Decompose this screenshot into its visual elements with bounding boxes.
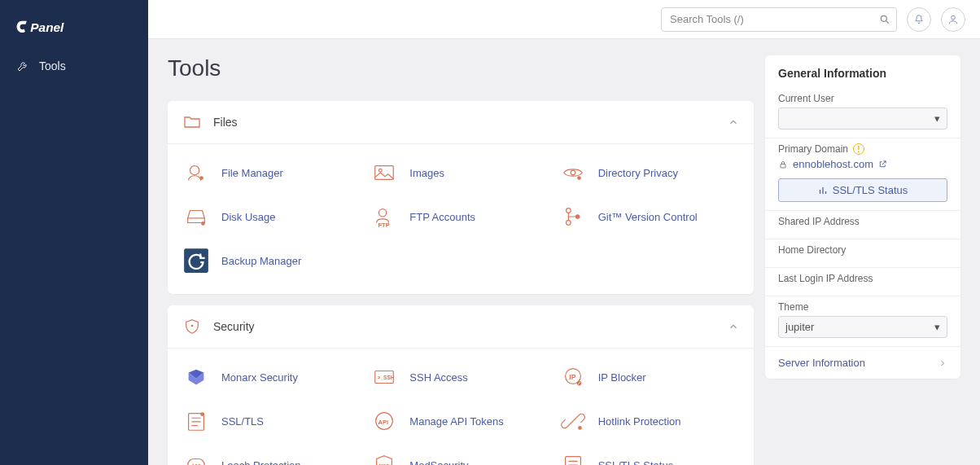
theme-label: Theme xyxy=(778,301,947,313)
tool-git[interactable]: Git™ Version Control xyxy=(559,196,739,237)
svg-point-1 xyxy=(881,15,886,21)
external-link-icon xyxy=(878,160,887,169)
topbar xyxy=(148,0,980,39)
tool-disk-usage[interactable]: Disk Usage xyxy=(182,196,362,237)
sidebar-item-label: Tools xyxy=(39,59,66,72)
images-icon xyxy=(370,159,398,186)
sidebar: Panel Tools xyxy=(0,0,148,465)
svg-point-8 xyxy=(577,176,581,180)
ssl-status-icon xyxy=(559,451,587,465)
ssl-tls-button-label: SSL/TLS Status xyxy=(833,184,908,196)
content-left: Tools Files File Manager Images Director… xyxy=(168,55,754,465)
section-primary-domain: Primary Domain ! ennoblehost.com SSL/TLS… xyxy=(765,138,960,211)
content-area: Tools Files File Manager Images Director… xyxy=(148,39,980,465)
ftp-accounts-icon: FTP xyxy=(370,203,398,230)
section-theme: Theme jupiter ▾ xyxy=(765,296,960,347)
tool-ssl-tls[interactable]: SSL/TLS xyxy=(182,401,362,441)
tool-api-tokens[interactable]: APIManage API Tokens xyxy=(370,401,550,441)
primary-domain-link[interactable]: ennoblehost.com xyxy=(778,158,947,170)
api-tokens-icon: API xyxy=(370,407,398,435)
tool-label: Images xyxy=(409,167,444,179)
theme-value: jupiter xyxy=(785,321,814,333)
tool-ip-blocker[interactable]: IPIP Blocker xyxy=(559,357,739,397)
panel-title: Security xyxy=(213,320,716,333)
backup-manager-icon xyxy=(182,247,210,274)
primary-domain-value: ennoblehost.com xyxy=(793,158,873,170)
search-input[interactable] xyxy=(661,7,897,32)
caret-down-icon: ▾ xyxy=(934,321,940,333)
monarx-icon xyxy=(182,363,210,391)
tool-images[interactable]: Images xyxy=(370,152,550,193)
panel-title: Files xyxy=(213,116,716,129)
panel-files: Files File Manager Images Directory Priv… xyxy=(168,101,754,294)
notifications-button[interactable] xyxy=(907,7,931,32)
panel-header-security[interactable]: Security xyxy=(168,305,754,349)
svg-point-6 xyxy=(379,169,383,172)
git-icon xyxy=(559,203,587,230)
disk-usage-icon xyxy=(182,203,210,230)
tool-label: SSL/TLS Status xyxy=(598,459,674,466)
svg-text:IP: IP xyxy=(569,373,575,381)
svg-point-7 xyxy=(571,170,575,175)
ssh-access-icon: >_SSH xyxy=(370,363,398,391)
tool-label: Leech Protection xyxy=(221,459,301,466)
panel-security: Security Monarx Security >_SSHSSH Access… xyxy=(168,305,754,465)
svg-point-12 xyxy=(566,208,571,213)
svg-point-13 xyxy=(566,221,571,226)
tool-monarx[interactable]: Monarx Security xyxy=(182,357,362,397)
tool-ssh-access[interactable]: >_SSHSSH Access xyxy=(370,357,550,397)
main: Tools Files File Manager Images Director… xyxy=(148,0,980,465)
server-information-link[interactable]: Server Information xyxy=(765,347,960,379)
shared-ip-label: Shared IP Address xyxy=(778,216,947,227)
tool-ftp-accounts[interactable]: FTPFTP Accounts xyxy=(370,196,550,237)
ssl-tls-icon xyxy=(182,407,210,435)
sidebar-item-tools[interactable]: Tools xyxy=(0,51,148,81)
current-user-select[interactable]: ▾ xyxy=(778,107,947,129)
svg-text:>_SSH: >_SSH xyxy=(378,375,395,380)
svg-point-3 xyxy=(190,166,199,175)
user-icon xyxy=(947,14,959,25)
tool-ssl-status[interactable]: SSL/TLS Status xyxy=(559,445,739,465)
search-icon xyxy=(879,14,890,25)
tool-label: Disk Usage xyxy=(221,211,275,223)
section-shared-ip: Shared IP Address xyxy=(765,211,960,239)
folder-icon xyxy=(182,112,202,132)
tool-label: Monarx Security xyxy=(221,371,298,384)
chevron-up-icon xyxy=(728,321,739,332)
general-info-sidebar: General Information Current User ▾ Prima… xyxy=(765,55,960,379)
home-dir-label: Home Directory xyxy=(778,244,947,256)
general-info-heading: General Information xyxy=(765,55,960,88)
tool-backup-manager[interactable]: Backup Manager xyxy=(182,240,362,281)
modsecurity-icon: MOD xyxy=(370,451,398,465)
svg-text:FTP: FTP xyxy=(378,222,390,229)
tool-label: Backup Manager xyxy=(221,255,301,267)
leech-icon xyxy=(182,451,210,465)
general-info-card: General Information Current User ▾ Prima… xyxy=(765,55,960,379)
user-menu-button[interactable] xyxy=(941,7,965,32)
tool-hotlink[interactable]: Hotlink Protection xyxy=(559,401,739,441)
svg-text:Panel: Panel xyxy=(30,20,64,34)
cpanel-logo[interactable]: Panel xyxy=(0,0,148,51)
file-manager-icon xyxy=(182,159,210,186)
svg-point-2 xyxy=(952,15,956,20)
tool-file-manager[interactable]: File Manager xyxy=(182,152,362,193)
svg-point-4 xyxy=(199,176,203,180)
tool-label: Manage API Tokens xyxy=(409,415,503,428)
svg-point-10 xyxy=(379,209,387,217)
theme-select[interactable]: jupiter ▾ xyxy=(778,316,947,338)
section-home-dir: Home Directory xyxy=(765,239,960,268)
tool-modsecurity[interactable]: MODModSecurity xyxy=(370,445,550,465)
svg-text:API: API xyxy=(378,419,389,426)
svg-point-26 xyxy=(578,426,582,430)
ssl-tls-status-button[interactable]: SSL/TLS Status xyxy=(778,178,947,202)
tool-directory-privacy[interactable]: Directory Privacy xyxy=(559,152,739,193)
panel-header-files[interactable]: Files xyxy=(168,101,754,144)
svg-rect-40 xyxy=(781,164,785,168)
page-title: Tools xyxy=(168,55,754,81)
tool-leech[interactable]: Leech Protection xyxy=(182,445,362,465)
tool-label: Hotlink Protection xyxy=(598,415,681,428)
caret-down-icon: ▾ xyxy=(934,112,940,125)
tool-label: FTP Accounts xyxy=(409,211,475,223)
section-last-login: Last Login IP Address xyxy=(765,268,960,296)
tool-label: Git™ Version Control xyxy=(598,211,698,223)
